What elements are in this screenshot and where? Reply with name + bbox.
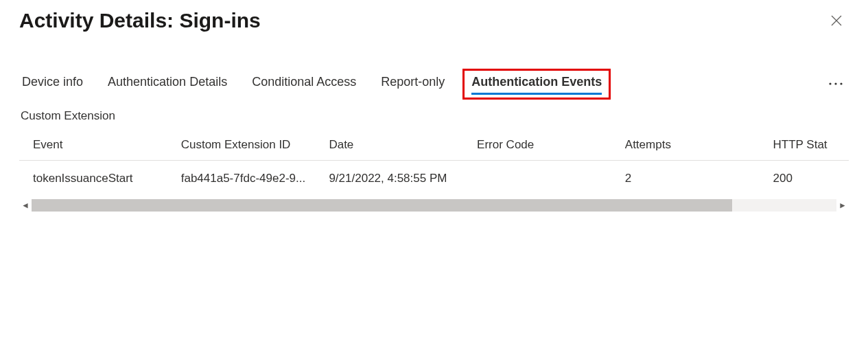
page-title: Activity Details: Sign-ins — [19, 9, 261, 32]
tab-conditional-access[interactable]: Conditional Access — [252, 73, 356, 93]
col-extension-id[interactable]: Custom Extension ID — [167, 131, 316, 161]
section-label: Custom Extension — [19, 109, 849, 123]
more-tabs-button[interactable] — [825, 79, 846, 89]
cell-error-code — [463, 161, 611, 197]
scrollbar-thumb[interactable] — [32, 199, 732, 212]
col-date[interactable]: Date — [315, 131, 463, 161]
close-icon — [830, 14, 843, 27]
cell-attempts: 2 — [611, 161, 760, 197]
scroll-right-arrow-icon[interactable]: ► — [836, 199, 849, 212]
col-http-status[interactable]: HTTP Stat — [760, 131, 849, 161]
tab-device-info[interactable]: Device info — [22, 73, 83, 93]
tab-authentication-events[interactable]: Authentication Events — [471, 73, 602, 93]
table-row[interactable]: tokenIssuanceStart fab441a5-7fdc-49e2-9.… — [19, 161, 849, 197]
col-error-code[interactable]: Error Code — [463, 131, 611, 161]
more-icon — [828, 82, 843, 86]
horizontal-scrollbar[interactable]: ◄ ► — [19, 199, 849, 212]
tab-authentication-details[interactable]: Authentication Details — [108, 73, 227, 93]
close-button[interactable] — [824, 8, 849, 33]
tabs: Device info Authentication Details Condi… — [19, 71, 849, 95]
tab-highlight: Authentication Events — [462, 69, 611, 100]
svg-point-2 — [829, 82, 831, 84]
svg-point-4 — [840, 82, 842, 84]
scrollbar-track[interactable] — [32, 199, 836, 212]
tab-report-only[interactable]: Report-only — [381, 73, 445, 93]
scroll-left-arrow-icon[interactable]: ◄ — [19, 199, 32, 212]
svg-point-3 — [834, 82, 836, 84]
custom-extension-table: Event Custom Extension ID Date Error Cod… — [19, 131, 849, 212]
cell-date: 9/21/2022, 4:58:55 PM — [315, 161, 463, 197]
col-event[interactable]: Event — [19, 131, 167, 161]
cell-extension-id: fab441a5-7fdc-49e2-9... — [167, 161, 316, 197]
col-attempts[interactable]: Attempts — [611, 131, 760, 161]
cell-event: tokenIssuanceStart — [19, 161, 167, 197]
cell-http-status: 200 — [760, 161, 849, 197]
table-header-row: Event Custom Extension ID Date Error Cod… — [19, 131, 849, 161]
